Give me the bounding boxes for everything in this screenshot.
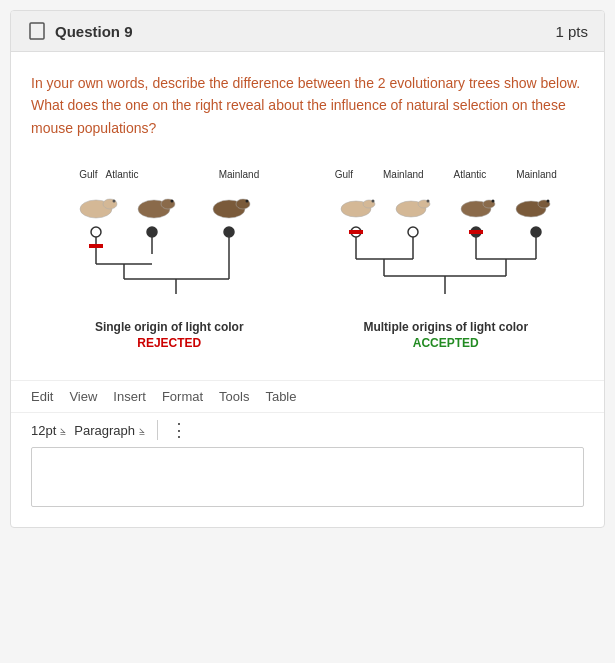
menu-table[interactable]: Table xyxy=(265,389,296,404)
font-size-chevron: ⦥ xyxy=(60,424,66,436)
right-tree-label-4: Mainland xyxy=(516,169,557,180)
left-tree-svg xyxy=(64,184,274,314)
left-tree-caption: Single origin of light color REJECTED xyxy=(95,320,244,350)
bookmark-icon xyxy=(27,21,47,41)
right-tree-caption-text: Multiple origins of light color xyxy=(363,320,528,334)
right-tree-label-2: Mainland xyxy=(383,169,424,180)
right-tree-svg xyxy=(331,184,561,314)
left-tree-diagram: Gulf Atlantic Mainland xyxy=(54,169,284,350)
svg-rect-37 xyxy=(469,230,483,234)
trees-container: Gulf Atlantic Mainland xyxy=(31,159,584,360)
question-text: In your own words, describe the differen… xyxy=(31,72,584,139)
paragraph-select[interactable]: Paragraph ⦥ xyxy=(74,423,145,438)
menu-edit[interactable]: Edit xyxy=(31,389,53,404)
svg-point-23 xyxy=(371,200,374,203)
font-size-select[interactable]: 12pt ⦥ xyxy=(31,423,66,438)
page-container: Question 9 1 pts In your own words, desc… xyxy=(0,0,615,663)
svg-rect-34 xyxy=(349,230,363,234)
svg-point-6 xyxy=(171,200,174,203)
menu-tools[interactable]: Tools xyxy=(219,389,249,404)
left-tree-label-2: Atlantic xyxy=(106,169,139,180)
more-options-button[interactable]: ⋮ xyxy=(170,419,189,441)
left-tree-status: REJECTED xyxy=(95,336,244,350)
right-tree-caption: Multiple origins of light color ACCEPTED xyxy=(363,320,528,350)
svg-rect-20 xyxy=(89,244,103,248)
svg-point-11 xyxy=(147,227,157,237)
right-tree-label-1: Gulf xyxy=(335,169,353,180)
editor-toolbar-bottom: 12pt ⦥ Paragraph ⦥ ⋮ xyxy=(11,412,604,447)
menu-format[interactable]: Format xyxy=(162,389,203,404)
menu-view[interactable]: View xyxy=(69,389,97,404)
svg-rect-0 xyxy=(30,23,44,39)
svg-point-3 xyxy=(113,200,116,203)
left-tree-label-3: Mainland xyxy=(219,169,260,180)
question-points: 1 pts xyxy=(555,23,588,40)
paragraph-chevron: ⦥ xyxy=(139,424,145,436)
right-tree-status: ACCEPTED xyxy=(363,336,528,350)
svg-point-38 xyxy=(531,227,541,237)
editor-menu-bar: Edit View Insert Format Tools Table xyxy=(11,380,604,412)
question-body: In your own words, describe the differen… xyxy=(11,52,604,360)
left-tree-label-1: Gulf xyxy=(79,169,97,180)
svg-point-26 xyxy=(426,200,429,203)
question-header: Question 9 1 pts xyxy=(11,11,604,52)
svg-point-35 xyxy=(408,227,418,237)
question-title: Question 9 xyxy=(55,23,133,40)
toolbar-separator xyxy=(157,420,158,440)
editor-area[interactable] xyxy=(31,447,584,507)
font-size-value: 12pt xyxy=(31,423,56,438)
left-tree-caption-text: Single origin of light color xyxy=(95,320,244,334)
right-tree-label-3: Atlantic xyxy=(453,169,486,180)
svg-point-32 xyxy=(546,200,549,203)
question-card: Question 9 1 pts In your own words, desc… xyxy=(10,10,605,528)
svg-point-29 xyxy=(491,200,494,203)
paragraph-value: Paragraph xyxy=(74,423,135,438)
svg-point-10 xyxy=(91,227,101,237)
right-tree-diagram: Gulf Mainland Atlantic Mainland xyxy=(331,169,561,350)
menu-insert[interactable]: Insert xyxy=(113,389,146,404)
svg-point-12 xyxy=(224,227,234,237)
svg-point-9 xyxy=(246,200,249,203)
